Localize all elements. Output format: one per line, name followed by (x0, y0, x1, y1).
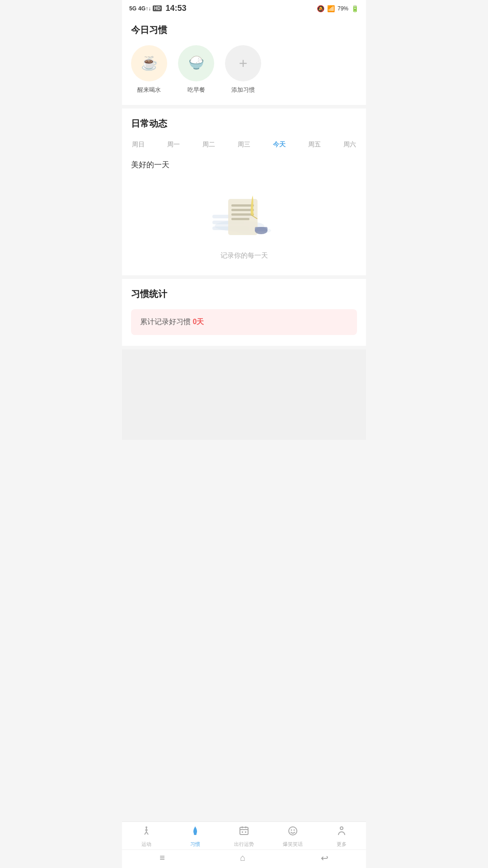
svg-rect-15 (255, 227, 267, 231)
svg-rect-10 (231, 209, 254, 211)
habit-drink-water-label: 醒来喝水 (137, 86, 161, 94)
habit-breakfast-label: 吃早餐 (188, 86, 205, 94)
coffee-cup-svg: ☕ ~~~ (138, 52, 160, 74)
habit-drink-water-icon: ☕ ~~~ (131, 45, 167, 81)
day-greeting: 美好的一天 (131, 160, 357, 170)
battery-text: 79% (338, 5, 348, 12)
network-label2: 4G↑↓ (138, 5, 151, 12)
habit-breakfast-icon: 🍚 (178, 45, 214, 81)
bell-icon: 🔕 (317, 5, 324, 12)
battery-icon: 🔋 (351, 5, 359, 12)
habit-breakfast[interactable]: 🍚 吃早餐 (178, 45, 214, 94)
stats-highlight: 0天 (192, 318, 204, 326)
week-tabs: 周日 周一 周二 周三 今天 周五 周六 (131, 139, 357, 151)
tab-friday[interactable]: 周五 (307, 139, 322, 151)
tab-wednesday[interactable]: 周三 (237, 139, 251, 151)
habits-row: ☕ ~~~ 醒来喝水 🍚 吃早餐 + 添加习惯 (131, 45, 357, 94)
gray-area (122, 349, 366, 440)
status-right: 🔕 📶 79% 🔋 (317, 5, 359, 12)
tab-saturday[interactable]: 周六 (343, 139, 357, 151)
empty-state: 记录你的每一天 (131, 181, 357, 264)
tab-tuesday[interactable]: 周二 (202, 139, 216, 151)
wifi-icon: 📶 (327, 5, 335, 12)
network-label: 5G (129, 5, 136, 12)
doc-illustration-svg (208, 190, 280, 244)
tab-sunday[interactable]: 周日 (131, 139, 145, 151)
tab-monday[interactable]: 周一 (166, 139, 181, 151)
bowl-svg: 🍚 (185, 52, 207, 74)
habits-title: 今日习惯 (131, 24, 357, 36)
svg-text:~~~: ~~~ (144, 54, 154, 60)
stats-title: 习惯统计 (131, 288, 357, 300)
stats-section: 习惯统计 累计记录好习惯 0天 (122, 279, 366, 346)
svg-text:🍚: 🍚 (188, 55, 204, 70)
status-network: 5G 4G↑↓ HD 14:53 (129, 4, 187, 13)
stats-banner: 累计记录好习惯 0天 (131, 309, 357, 335)
empty-illustration (208, 190, 280, 244)
habit-add[interactable]: + 添加习惯 (225, 45, 261, 94)
habit-drink-water[interactable]: ☕ ~~~ 醒来喝水 (131, 45, 167, 94)
tab-today[interactable]: 今天 (272, 139, 286, 151)
status-bar: 5G 4G↑↓ HD 14:53 🔕 📶 79% 🔋 (122, 0, 366, 15)
stats-banner-text: 累计记录好习惯 (140, 318, 191, 326)
svg-rect-11 (231, 213, 254, 216)
habits-section: 今日习惯 ☕ ~~~ 醒来喝水 🍚 吃早餐 + 添 (122, 15, 366, 105)
svg-rect-9 (231, 204, 254, 207)
daily-title: 日常动态 (131, 118, 357, 130)
status-time: 14:53 (165, 4, 186, 13)
empty-text: 记录你的每一天 (221, 251, 268, 260)
habit-add-label: 添加习惯 (231, 86, 255, 94)
habit-add-icon: + (225, 45, 261, 81)
daily-section: 日常动态 周日 周一 周二 周三 今天 周五 周六 美好的一天 (122, 108, 366, 275)
svg-rect-12 (231, 218, 249, 220)
hd-label: HD (153, 5, 162, 11)
